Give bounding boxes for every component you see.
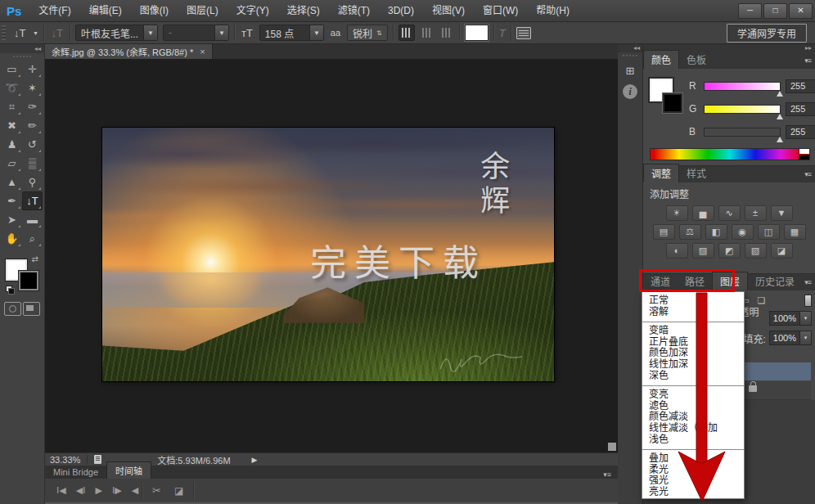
tab-styles[interactable]: 样式 <box>679 164 714 182</box>
special-button[interactable]: 学通网罗专用 <box>727 24 807 43</box>
font-family-select[interactable]: 叶根友毛笔... ▼ <box>75 25 158 41</box>
blend-mode-option[interactable]: 溶解 <box>649 307 744 318</box>
font-size-select[interactable]: 158 点 ▼ <box>259 25 324 41</box>
clone-stamp-tool[interactable]: ♟ <box>2 135 22 154</box>
blend-mode-option[interactable]: 线性加深 <box>649 359 744 371</box>
align-center-icon[interactable] <box>420 25 435 40</box>
toolbar-collapse-icon[interactable]: ◂◂ <box>0 44 44 53</box>
panel-background-swatch[interactable] <box>663 93 682 113</box>
lasso-tool[interactable]: ➰ <box>2 79 22 97</box>
color-spectrum-ramp[interactable] <box>650 148 810 160</box>
color-panel-menu-icon[interactable]: ▾≡ <box>804 56 811 65</box>
channel-mixer-icon[interactable]: ◫ <box>758 224 780 240</box>
history-brush-tool[interactable]: ↺ <box>22 135 43 154</box>
tab-mini-bridge[interactable]: Mini Bridge <box>45 466 106 479</box>
healing-brush-tool[interactable]: ✖ <box>2 116 22 135</box>
opacity-field[interactable]: 100% ▾ <box>769 311 812 326</box>
maximize-button[interactable]: □ <box>763 3 787 19</box>
brush-tool[interactable]: ✏ <box>22 116 43 135</box>
play-button[interactable]: ▶ <box>95 485 101 496</box>
blend-mode-option[interactable]: 颜色加深 <box>649 348 744 359</box>
blend-mode-option[interactable]: 深色 <box>649 371 744 382</box>
blend-mode-option[interactable]: 线性减淡（添加 <box>649 423 744 434</box>
hand-tool[interactable]: ✋ <box>2 229 22 248</box>
tab-history[interactable]: 历史记录 <box>748 272 802 290</box>
gradient-map-icon[interactable]: ▧ <box>745 243 767 259</box>
blend-mode-option[interactable]: 强光 <box>649 475 744 487</box>
strip-collapse-icon[interactable]: ◂◂ <box>618 44 642 52</box>
r-value-field[interactable]: 255 <box>786 79 815 93</box>
curves-icon[interactable]: ∿ <box>718 205 741 221</box>
threshold-icon[interactable]: ◩ <box>718 243 741 259</box>
vertical-type-tool[interactable]: ↓T <box>22 191 43 210</box>
toggle-panels-icon[interactable] <box>516 27 531 39</box>
menu-item[interactable]: 选择(S) <box>278 0 329 21</box>
color-lookup-icon[interactable]: ▦ <box>784 224 806 240</box>
selective-color-icon[interactable]: ◪ <box>771 243 793 259</box>
tab-adjustments[interactable]: 调整 <box>643 164 679 182</box>
layers-panel-menu-icon[interactable]: ▾≡ <box>804 278 811 286</box>
hue-saturation-icon[interactable]: ▤ <box>653 224 675 240</box>
eyedropper-tool[interactable]: ✑ <box>22 97 43 116</box>
screen-mode-button[interactable] <box>23 302 40 316</box>
blend-mode-option[interactable]: 亮光 <box>649 487 744 498</box>
tab-timeline[interactable]: 时间轴 <box>106 461 151 479</box>
tool-preset-arrow-icon[interactable]: ▾ <box>32 29 38 37</box>
zoom-tool[interactable]: ⌕ <box>22 229 43 248</box>
zoom-level-field[interactable]: 33.33% <box>45 455 88 465</box>
background-color-swatch[interactable] <box>19 271 38 290</box>
layer-filter-toggle[interactable] <box>804 295 812 307</box>
menu-item[interactable]: 窗口(W) <box>474 0 527 21</box>
previous-frame-button[interactable]: ◀Ⅰ <box>76 485 86 496</box>
blend-mode-option[interactable]: 叠加 <box>649 453 744 465</box>
fill-field[interactable]: 100% ▾ <box>769 331 812 345</box>
b-slider[interactable] <box>704 128 781 137</box>
next-frame-button[interactable]: Ⅰ▶ <box>112 485 122 496</box>
document-tab[interactable]: 余辉.jpg @ 33.3% (余辉, RGB/8#) * × <box>45 44 213 59</box>
menu-item[interactable]: 视图(V) <box>423 0 474 21</box>
split-clip-icon[interactable]: ✂ <box>146 484 168 497</box>
text-color-swatch[interactable] <box>465 25 489 41</box>
crop-tool[interactable]: ⌗ <box>2 97 22 116</box>
menu-item[interactable]: 3D(D) <box>379 0 423 21</box>
path-selection-tool[interactable]: ➤ <box>2 210 22 229</box>
status-flyout-icon[interactable]: ▶ <box>252 456 258 464</box>
tab-color[interactable]: 颜色 <box>643 50 679 69</box>
color-balance-icon[interactable]: ⚖ <box>679 224 701 240</box>
brightness-contrast-icon[interactable]: ☀ <box>666 205 688 221</box>
minimize-button[interactable]: ─ <box>738 3 762 19</box>
close-button[interactable]: ✕ <box>789 3 813 19</box>
menu-item[interactable]: 图层(L) <box>178 0 227 21</box>
g-value-field[interactable]: 255 <box>786 102 815 116</box>
menu-item[interactable]: 文字(Y) <box>227 0 278 21</box>
pen-tool[interactable]: ✒ <box>2 191 22 210</box>
r-slider[interactable] <box>704 82 781 91</box>
exposure-icon[interactable]: ± <box>745 205 767 221</box>
b-value-field[interactable]: 255 <box>786 125 815 139</box>
gradient-tool[interactable]: ▒ <box>22 154 43 173</box>
swap-colors-icon[interactable]: ⇄ <box>32 254 38 263</box>
anti-alias-select[interactable]: 锐利 ⇅ <box>347 25 388 41</box>
black-white-icon[interactable]: ◧ <box>705 224 727 240</box>
go-to-first-frame-button[interactable]: Ⅰ◀ <box>56 485 66 496</box>
levels-icon[interactable]: ▅ <box>692 205 714 221</box>
blur-tool[interactable]: ▲ <box>2 173 22 191</box>
blend-mode-option[interactable]: 浅色 <box>649 434 744 446</box>
panels-expand-icon[interactable]: ▸▸ <box>805 44 812 52</box>
g-slider[interactable] <box>704 105 781 114</box>
canvas[interactable]: 余辉 完美下载 <box>45 59 618 452</box>
quick-mask-button[interactable] <box>4 302 21 316</box>
menu-item[interactable]: 编辑(E) <box>80 0 131 21</box>
vertical-type-tool-icon[interactable]: ↓T <box>12 27 27 39</box>
align-bottom-icon[interactable] <box>439 25 454 40</box>
vibrance-icon[interactable]: ▼ <box>771 205 793 221</box>
posterize-icon[interactable]: ▨ <box>692 243 714 259</box>
timeline-menu-icon[interactable]: ▾≡ <box>603 470 611 479</box>
transition-icon[interactable]: ◪ <box>168 485 190 497</box>
menu-item[interactable]: 文件(F) <box>29 0 79 21</box>
menu-item[interactable]: 帮助(H) <box>527 0 579 21</box>
align-top-icon[interactable] <box>398 25 415 41</box>
rectangular-marquee-tool[interactable]: ▭ <box>2 60 22 79</box>
blend-mode-option[interactable]: 颜色减淡 <box>649 412 744 423</box>
blend-mode-option[interactable]: 变暗 <box>649 326 744 337</box>
